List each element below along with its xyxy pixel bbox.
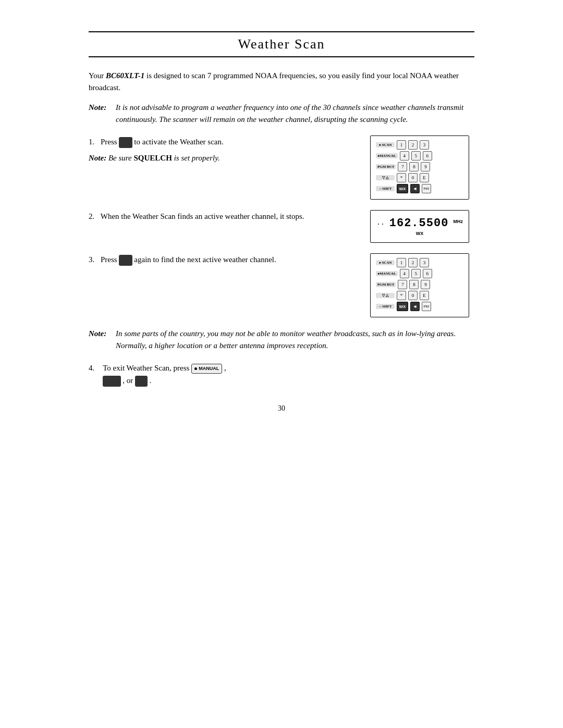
- manual-dot: [194, 367, 197, 370]
- freq-unit: MHz: [453, 219, 463, 224]
- note-2-text: In some parts of the country, you may no…: [116, 328, 474, 351]
- note-1-label: Note:: [89, 102, 113, 125]
- step-1-row: 1. Press to activate the Weather scan. N…: [89, 135, 474, 200]
- step-2-left: 2. When the Weather Scan finds an active…: [89, 210, 360, 223]
- step-1-text-after: to activate the Weather scan.: [134, 138, 223, 146]
- step-1-sub-note-text: Be sure SQUELCH is set properly.: [108, 154, 220, 162]
- dark-button-2: [135, 376, 148, 387]
- squelch-label: SQUELCH: [134, 154, 172, 162]
- intro-text-after: is designed to scan 7 programmed NOAA fr…: [89, 71, 459, 92]
- title-section: Weather Scan: [89, 31, 474, 57]
- step-3-row: 3. Press again to find the next active w…: [89, 253, 474, 317]
- scanner3-row-4: ▽ △ * 0 E: [376, 291, 463, 300]
- step-4-text2: ,: [224, 364, 226, 372]
- step-1-sub-note-label: Note:: [89, 154, 106, 162]
- step-3-number: 3.: [89, 255, 94, 264]
- step-1-right: ● SCAN 1 2 3 ●MANUAL 4 5 6 PGM BUT 7: [370, 135, 474, 200]
- step-2-row: 2. When the Weather Scan finds an active…: [89, 210, 474, 243]
- step-3-left: 3. Press again to find the next active w…: [89, 253, 360, 266]
- freq-value: 162.5500: [389, 217, 449, 230]
- step-4-text: To exit Weather Scan, press MANUAL , , o…: [103, 362, 226, 387]
- note-1: Note: It is not advisable to program a w…: [89, 102, 474, 125]
- scanner3-row-2: ●MANUAL 4 5 6: [376, 269, 463, 278]
- step-4-text3: , or: [123, 376, 135, 385]
- step-3-text-before: Press: [101, 255, 117, 264]
- step-3-text-after: again to find the next active weather ch…: [134, 255, 276, 264]
- freq-channel: WX: [376, 231, 463, 236]
- scanner-row-4: ▽ △ * 0 E: [376, 173, 463, 182]
- scanner-illustration-1: ● SCAN 1 2 3 ●MANUAL 4 5 6 PGM BUT 7: [370, 135, 469, 200]
- step-1-number: 1.: [89, 138, 94, 146]
- steps-area: 1. Press to activate the Weather scan. N…: [89, 135, 474, 317]
- scanner3-row-5: -- SHFT WX ◄ PRI: [376, 302, 463, 311]
- step-4-text1: To exit Weather Scan, press: [103, 364, 189, 372]
- dark-button-1: [103, 376, 120, 387]
- step-1-sub-note: Note: Be sure SQUELCH is set properly.: [89, 152, 360, 164]
- wx-button-inline-3: [119, 255, 132, 266]
- step-2-number: 2.: [89, 212, 94, 220]
- intro-paragraph: Your BC60XLT-1 is designed to scan 7 pro…: [89, 70, 474, 93]
- note-2-label: Note:: [89, 328, 113, 351]
- intro-text-before: Your: [89, 71, 106, 80]
- page-title: Weather Scan: [238, 36, 325, 52]
- wx-button-scanner-3: WX: [397, 302, 408, 311]
- step-4-row: 4. To exit Weather Scan, press MANUAL , …: [89, 362, 474, 387]
- scanner-illustration-3: ● SCAN 1 2 3 ●MANUAL 4 5 6 PGM BUT 7: [370, 253, 469, 317]
- scanner3-row-1: ● SCAN 1 2 3: [376, 258, 463, 267]
- manual-button: MANUAL: [191, 364, 222, 373]
- step-4-period: .: [150, 376, 152, 385]
- step-3-right: ● SCAN 1 2 3 ●MANUAL 4 5 6 PGM BUT 7: [370, 253, 474, 317]
- wx-button-scanner: WX: [397, 184, 408, 193]
- page-number: 30: [278, 404, 285, 413]
- scanner-row-5: -- SHFT WX ◄ PRI: [376, 184, 463, 193]
- frequency-display: ·· 162.5500 MHz WX: [370, 210, 469, 243]
- step-2-right: ·· 162.5500 MHz WX: [370, 210, 474, 243]
- step-1-text-before: Press: [101, 138, 117, 146]
- step-4-number: 4.: [89, 362, 94, 374]
- step-2-text: When the Weather Scan finds an active we…: [101, 212, 304, 220]
- scanner-row-2: ●MANUAL 4 5 6: [376, 151, 463, 161]
- scanner3-row-3: PGM BUT 7 8 9: [376, 280, 463, 289]
- freq-value-row: ·· 162.5500 MHz: [376, 217, 463, 230]
- scanner-row-3: PGM BUT 7 8 9: [376, 162, 463, 171]
- note-1-text: It is not advisable to program a weather…: [116, 102, 474, 125]
- note-2: Note: In some parts of the country, you …: [89, 328, 474, 351]
- page-container: Weather Scan Your BC60XLT-1 is designed …: [78, 0, 485, 428]
- model-name: BC60XLT-1: [106, 71, 144, 80]
- scanner-row-1: ● SCAN 1 2 3: [376, 140, 463, 150]
- wx-button-inline-1: [119, 137, 132, 149]
- step-1-left: 1. Press to activate the Weather scan. N…: [89, 135, 360, 164]
